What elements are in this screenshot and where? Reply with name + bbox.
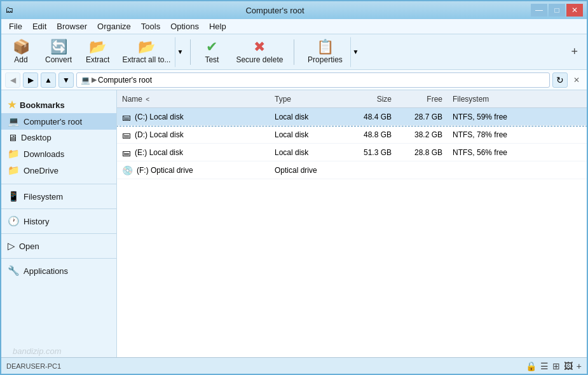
add-label: Add [14,55,27,64]
file-name-1: 🖴 (D:) Local disk [117,130,270,140]
status-bar: DEARUSER-PC1 🔒 ☰ ⊞ 🖼 + [1,357,587,374]
main-window: 🗂 Computer's root — □ ✕ File Edit Browse… [0,0,588,375]
toolbar-overflow[interactable]: + [566,43,583,61]
test-button[interactable]: ✔ Test [196,37,228,67]
drive-icon-2: 🖴 [122,147,131,158]
extract-all-button[interactable]: 📂 Extract all to... [118,37,175,67]
main-area: ★ Bookmarks 💻 Computer's root 🖥 Desktop … [1,90,587,357]
window-controls: — □ ✕ [531,4,583,17]
grid-view-icon[interactable]: ⊞ [552,361,560,371]
sidebar-item-history-label: History [24,217,49,226]
breadcrumb-root: Computer's root [98,76,152,85]
open-icon: ▷ [8,240,15,252]
title-bar: 🗂 Computer's root — □ ✕ [1,1,587,19]
toolbar-separator-2 [294,39,294,65]
sidebar-item-downloads-label: Downloads [24,149,64,159]
file-type-0: Local disk [270,112,346,121]
sidebar-item-history[interactable]: 🕐 History [1,213,116,229]
secure-delete-button[interactable]: ✖ Secure delete [230,37,289,67]
bookmarks-header[interactable]: ★ Bookmarks [1,97,116,113]
history-icon: 🕐 [8,215,20,227]
col-header-free[interactable]: Free [397,95,448,104]
sidebar-divider-2 [1,208,116,209]
forward-button[interactable]: ▶ [23,72,38,88]
list-view-icon[interactable]: ☰ [540,361,549,371]
menu-help[interactable]: Help [204,20,231,32]
file-name-text-1: (D:) Local disk [135,130,184,139]
properties-dropdown[interactable]: ▼ [350,37,360,67]
file-fs-0: NTFS, 59% free [448,112,587,121]
table-row[interactable]: 💿 (F:) Optical drive Optical drive [117,161,587,179]
drive-icon-3: 💿 [122,165,133,175]
table-row[interactable]: 🖴 (E:) Local disk Local disk 51.3 GB 28.… [117,144,587,161]
sidebar-item-applications[interactable]: 🔧 Applications [1,262,116,279]
maximize-button[interactable]: □ [549,4,565,17]
close-button[interactable]: ✕ [566,4,583,17]
file-size-2: 51.3 GB [346,148,397,157]
extract-label: Extract [86,55,109,64]
drive-icon-0: 🖴 [122,112,131,122]
applications-icon: 🔧 [8,265,20,276]
sidebar-item-onedrive[interactable]: 📁 OneDrive [1,162,116,179]
menu-browser[interactable]: Browser [51,20,92,32]
add-button[interactable]: 📦 Add [5,37,37,67]
sidebar-item-desktop-label: Desktop [21,133,51,142]
refresh-button[interactable]: ↻ [552,72,568,88]
desktop-icon: 🖥 [8,132,17,143]
extract-button[interactable]: 📂 Extract [80,37,115,67]
menu-edit[interactable]: Edit [27,20,51,32]
col-header-filesystem[interactable]: Filesystem [448,95,587,104]
file-name-3: 💿 (F:) Optical drive [117,165,270,175]
path-dropdown-button[interactable]: ▼ [58,72,74,88]
col-header-type[interactable]: Type [270,95,346,104]
file-type-1: Local disk [270,130,346,139]
up-button[interactable]: ▲ [41,72,56,88]
properties-button[interactable]: 📋 Properties [299,37,350,67]
extract-all-split: 📂 Extract all to... ▼ [118,37,185,67]
col-header-size[interactable]: Size [346,95,397,104]
file-name-2: 🖴 (E:) Local disk [117,147,270,158]
lock-icon[interactable]: 🔒 [526,361,537,371]
computers-root-icon: 💻 [8,116,20,127]
test-label: Test [205,55,219,64]
secure-delete-icon: ✖ [254,40,265,54]
file-size-0: 48.4 GB [346,112,397,121]
convert-label: Convert [45,55,72,64]
computer-name: DEARUSER-PC1 [6,362,61,370]
sidebar-item-computers-root[interactable]: 💻 Computer's root [1,113,116,130]
address-bar: ◀ ▶ ▲ ▼ 💻 ▶ Computer's root ↻ ✕ [1,70,587,90]
file-name-text-2: (E:) Local disk [135,148,183,157]
clear-address-button[interactable]: ✕ [570,74,583,86]
name-sort-arrow: < [146,96,149,103]
sidebar-item-onedrive-label: OneDrive [24,166,58,175]
file-name-text-3: (F:) Optical drive [137,166,193,175]
back-button[interactable]: ◀ [5,72,20,88]
sidebar-item-desktop[interactable]: 🖥 Desktop [1,130,116,146]
sidebar-divider-4 [1,258,116,259]
menu-organize[interactable]: Organize [92,20,136,32]
bookmarks-section: ★ Bookmarks 💻 Computer's root 🖥 Desktop … [1,95,116,180]
table-row[interactable]: 🖴 (D:) Local disk Local disk 48.8 GB 38.… [117,126,587,144]
table-row[interactable]: 🖴 (C:) Local disk Local disk 48.4 GB 28.… [117,108,587,126]
sidebar-item-open[interactable]: ▷ Open [1,238,116,254]
file-name-0: 🖴 (C:) Local disk [117,112,270,122]
convert-button[interactable]: 🔄 Convert [39,37,78,67]
minimize-button[interactable]: — [531,4,547,17]
add-pane-icon[interactable]: + [577,361,582,371]
properties-label: Properties [308,55,343,64]
file-size-1: 48.8 GB [346,130,397,139]
window-title: Computer's root [19,6,531,15]
filesystem-icon: 📱 [8,191,20,202]
extract-all-dropdown[interactable]: ▼ [175,37,185,67]
thumbnail-view-icon[interactable]: 🖼 [564,361,573,371]
sidebar-item-downloads[interactable]: 📁 Downloads [1,146,116,162]
menu-file[interactable]: File [4,20,27,32]
col-header-name[interactable]: Name < [117,95,270,104]
extract-icon: 📂 [89,40,106,54]
menu-tools[interactable]: Tools [136,20,165,32]
sidebar-item-filesystem[interactable]: 📱 Filesystem [1,188,116,205]
properties-icon: 📋 [317,40,334,54]
breadcrumb[interactable]: 💻 ▶ Computer's root [76,72,550,88]
add-icon: 📦 [13,40,30,54]
menu-options[interactable]: Options [165,20,204,32]
